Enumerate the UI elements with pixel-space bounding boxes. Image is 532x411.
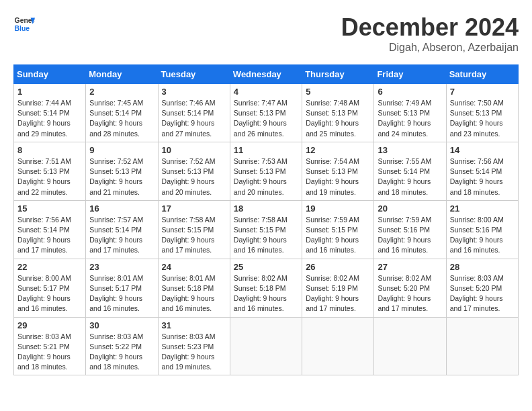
day-info: Sunrise: 7:45 AMSunset: 5:14 PMDaylight:… — [89, 99, 143, 138]
day-info: Sunrise: 7:50 AMSunset: 5:13 PMDaylight:… — [450, 99, 504, 138]
day-of-week-header: Wednesday — [230, 65, 302, 84]
day-info: Sunrise: 7:53 AMSunset: 5:13 PMDaylight:… — [234, 157, 287, 196]
day-info: Sunrise: 7:57 AMSunset: 5:14 PMDaylight:… — [89, 216, 143, 255]
calendar-cell: 4 Sunrise: 7:47 AMSunset: 5:13 PMDayligh… — [230, 84, 302, 142]
calendar-cell: 9 Sunrise: 7:52 AMSunset: 5:13 PMDayligh… — [86, 142, 158, 200]
calendar-cell: 26 Sunrise: 8:02 AMSunset: 5:19 PMDaylig… — [302, 259, 374, 317]
day-of-week-header: Sunday — [14, 65, 86, 84]
day-info: Sunrise: 8:03 AMSunset: 5:20 PMDaylight:… — [450, 274, 504, 313]
day-of-week-header: Friday — [374, 65, 446, 84]
day-info: Sunrise: 8:02 AMSunset: 5:20 PMDaylight:… — [378, 274, 431, 313]
calendar-cell — [302, 317, 374, 375]
day-number: 31 — [162, 320, 226, 330]
day-number: 27 — [378, 262, 442, 272]
day-info: Sunrise: 7:59 AMSunset: 5:15 PMDaylight:… — [306, 216, 359, 255]
day-info: Sunrise: 7:47 AMSunset: 5:13 PMDaylight:… — [234, 99, 287, 138]
day-number: 26 — [306, 262, 370, 272]
day-info: Sunrise: 7:44 AMSunset: 5:14 PMDaylight:… — [17, 99, 71, 138]
day-info: Sunrise: 7:56 AMSunset: 5:14 PMDaylight:… — [450, 157, 504, 196]
title-block: December 2024 Digah, Abseron, Azerbaijan — [341, 13, 519, 54]
day-number: 5 — [306, 87, 370, 97]
calendar-cell: 18 Sunrise: 7:58 AMSunset: 5:15 PMDaylig… — [230, 200, 302, 259]
day-number: 6 — [378, 87, 442, 97]
calendar-cell: 14 Sunrise: 7:56 AMSunset: 5:14 PMDaylig… — [446, 142, 518, 200]
calendar-cell: 24 Sunrise: 8:01 AMSunset: 5:18 PMDaylig… — [158, 259, 230, 317]
calendar-cell: 16 Sunrise: 7:57 AMSunset: 5:14 PMDaylig… — [86, 200, 158, 259]
day-number: 14 — [450, 145, 515, 155]
day-info: Sunrise: 8:01 AMSunset: 5:17 PMDaylight:… — [89, 274, 143, 313]
logo-icon: General Blue — [13, 13, 35, 35]
page-header: General Blue December 2024 Digah, Absero… — [13, 13, 519, 54]
calendar-cell: 1 Sunrise: 7:44 AMSunset: 5:14 PMDayligh… — [14, 84, 86, 142]
calendar-cell: 30 Sunrise: 8:03 AMSunset: 5:22 PMDaylig… — [86, 317, 158, 375]
day-info: Sunrise: 7:56 AMSunset: 5:14 PMDaylight:… — [17, 216, 71, 255]
calendar-cell: 13 Sunrise: 7:55 AMSunset: 5:14 PMDaylig… — [374, 142, 446, 200]
day-number: 11 — [234, 145, 298, 155]
day-of-week-header: Thursday — [302, 65, 374, 84]
calendar-cell: 5 Sunrise: 7:48 AMSunset: 5:13 PMDayligh… — [302, 84, 374, 142]
day-info: Sunrise: 8:00 AMSunset: 5:17 PMDaylight:… — [17, 274, 71, 313]
day-info: Sunrise: 7:48 AMSunset: 5:13 PMDaylight:… — [306, 99, 359, 138]
day-number: 15 — [17, 203, 82, 214]
day-info: Sunrise: 8:03 AMSunset: 5:23 PMDaylight:… — [162, 332, 216, 371]
day-info: Sunrise: 7:54 AMSunset: 5:13 PMDaylight:… — [306, 157, 359, 196]
logo: General Blue — [13, 13, 35, 35]
calendar-cell: 8 Sunrise: 7:51 AMSunset: 5:13 PMDayligh… — [14, 142, 86, 200]
day-number: 7 — [450, 87, 515, 97]
day-number: 13 — [378, 145, 442, 155]
day-info: Sunrise: 8:02 AMSunset: 5:18 PMDaylight:… — [234, 274, 287, 313]
calendar-cell: 28 Sunrise: 8:03 AMSunset: 5:20 PMDaylig… — [446, 259, 518, 317]
day-number: 4 — [234, 87, 298, 97]
svg-text:Blue: Blue — [15, 25, 30, 32]
calendar-cell — [230, 317, 302, 375]
day-number: 12 — [306, 145, 370, 155]
calendar-cell: 21 Sunrise: 8:00 AMSunset: 5:16 PMDaylig… — [446, 200, 518, 259]
day-number: 20 — [378, 203, 442, 214]
day-info: Sunrise: 7:55 AMSunset: 5:14 PMDaylight:… — [378, 157, 431, 196]
day-number: 3 — [162, 87, 226, 97]
day-number: 28 — [450, 262, 515, 272]
day-number: 1 — [17, 87, 82, 97]
calendar-cell: 29 Sunrise: 8:03 AMSunset: 5:21 PMDaylig… — [14, 317, 86, 375]
day-info: Sunrise: 7:52 AMSunset: 5:13 PMDaylight:… — [89, 157, 143, 196]
day-number: 8 — [17, 145, 82, 155]
day-info: Sunrise: 8:03 AMSunset: 5:21 PMDaylight:… — [17, 332, 71, 371]
calendar-cell: 22 Sunrise: 8:00 AMSunset: 5:17 PMDaylig… — [14, 259, 86, 317]
calendar-cell: 23 Sunrise: 8:01 AMSunset: 5:17 PMDaylig… — [86, 259, 158, 317]
calendar-cell: 27 Sunrise: 8:02 AMSunset: 5:20 PMDaylig… — [374, 259, 446, 317]
day-info: Sunrise: 7:59 AMSunset: 5:16 PMDaylight:… — [378, 216, 431, 255]
day-info: Sunrise: 7:58 AMSunset: 5:15 PMDaylight:… — [162, 216, 216, 255]
day-number: 19 — [306, 203, 370, 214]
calendar-cell — [374, 317, 446, 375]
day-number: 18 — [234, 203, 298, 214]
day-info: Sunrise: 8:00 AMSunset: 5:16 PMDaylight:… — [450, 216, 504, 255]
day-number: 29 — [17, 320, 82, 330]
calendar-cell: 31 Sunrise: 8:03 AMSunset: 5:23 PMDaylig… — [158, 317, 230, 375]
calendar-cell: 6 Sunrise: 7:49 AMSunset: 5:13 PMDayligh… — [374, 84, 446, 142]
calendar-cell: 25 Sunrise: 8:02 AMSunset: 5:18 PMDaylig… — [230, 259, 302, 317]
calendar-cell: 3 Sunrise: 7:46 AMSunset: 5:14 PMDayligh… — [158, 84, 230, 142]
day-number: 2 — [89, 87, 154, 97]
day-info: Sunrise: 8:03 AMSunset: 5:22 PMDaylight:… — [89, 332, 143, 371]
calendar-cell: 12 Sunrise: 7:54 AMSunset: 5:13 PMDaylig… — [302, 142, 374, 200]
day-of-week-header: Tuesday — [158, 65, 230, 84]
calendar-table: SundayMondayTuesdayWednesdayThursdayFrid… — [13, 64, 519, 375]
month-title: December 2024 — [341, 13, 519, 42]
day-number: 10 — [162, 145, 226, 155]
day-number: 16 — [89, 203, 154, 214]
day-info: Sunrise: 7:46 AMSunset: 5:14 PMDaylight:… — [162, 99, 216, 138]
day-number: 17 — [162, 203, 226, 214]
day-info: Sunrise: 7:52 AMSunset: 5:13 PMDaylight:… — [162, 157, 216, 196]
calendar-cell: 19 Sunrise: 7:59 AMSunset: 5:15 PMDaylig… — [302, 200, 374, 259]
day-number: 22 — [17, 262, 82, 272]
day-number: 21 — [450, 203, 515, 214]
day-number: 25 — [234, 262, 298, 272]
calendar-cell: 17 Sunrise: 7:58 AMSunset: 5:15 PMDaylig… — [158, 200, 230, 259]
location-title: Digah, Abseron, Azerbaijan — [341, 42, 519, 54]
day-of-week-header: Monday — [86, 65, 158, 84]
calendar-cell: 20 Sunrise: 7:59 AMSunset: 5:16 PMDaylig… — [374, 200, 446, 259]
day-info: Sunrise: 8:02 AMSunset: 5:19 PMDaylight:… — [306, 274, 359, 313]
day-number: 23 — [89, 262, 154, 272]
day-info: Sunrise: 7:51 AMSunset: 5:13 PMDaylight:… — [17, 157, 71, 196]
calendar-cell: 15 Sunrise: 7:56 AMSunset: 5:14 PMDaylig… — [14, 200, 86, 259]
